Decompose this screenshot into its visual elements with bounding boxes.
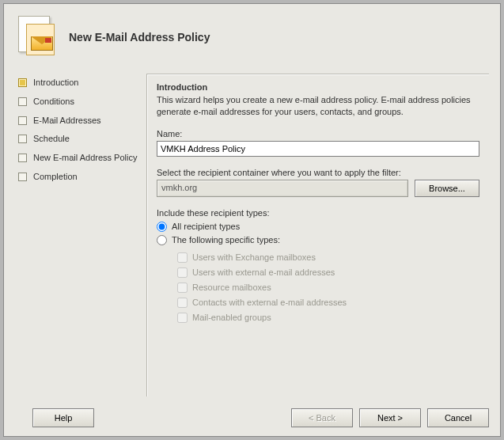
browse-button[interactable]: Browse...: [415, 180, 479, 197]
radio-specific-input[interactable]: [157, 235, 167, 245]
step-label: Introduction: [33, 78, 78, 89]
check-input: [177, 313, 188, 323]
name-label: Name:: [157, 129, 479, 138]
wizard-content-panel: Introduction This wizard helps you creat…: [146, 74, 489, 396]
check-mail-enabled-groups: Mail-enabled groups: [177, 310, 479, 325]
check-input: [177, 298, 188, 308]
help-button[interactable]: Help: [32, 408, 94, 427]
step-email-addresses[interactable]: E-Mail Addresses: [18, 112, 138, 131]
step-new-policy[interactable]: New E-mail Address Policy: [18, 149, 138, 168]
wizard-steps: Introduction Conditions E-Mail Addresses…: [4, 74, 146, 396]
content-heading: Introduction: [157, 82, 479, 92]
step-marker-icon: [18, 135, 27, 143]
specific-types-group: Users with Exchange mailboxes Users with…: [157, 250, 479, 325]
content-description: This wizard helps you create a new e-mai…: [157, 94, 479, 118]
radio-all-label: All recipient types: [172, 222, 240, 231]
include-label: Include these recipient types:: [157, 208, 479, 218]
wizard-dialog: New E-Mail Address Policy Introduction C…: [3, 3, 501, 437]
step-introduction[interactable]: Introduction: [18, 74, 138, 93]
check-label: Mail-enabled groups: [192, 313, 271, 322]
step-marker-icon: [18, 116, 27, 125]
check-input: [177, 267, 188, 278]
check-input: [177, 283, 188, 293]
step-label: E-Mail Addresses: [33, 116, 101, 127]
check-exchange-mailboxes: Users with Exchange mailboxes: [177, 250, 479, 265]
dialog-body: Introduction Conditions E-Mail Addresses…: [4, 74, 500, 396]
radio-all-recipients[interactable]: All recipient types: [157, 220, 479, 233]
cancel-button[interactable]: Cancel: [427, 408, 489, 427]
check-label: Users with external e-mail addresses: [192, 267, 335, 277]
step-completion[interactable]: Completion: [18, 168, 138, 187]
step-conditions[interactable]: Conditions: [18, 93, 138, 112]
radio-specific-types[interactable]: The following specific types:: [157, 233, 479, 247]
check-input: [177, 252, 188, 263]
check-resource-mailboxes: Resource mailboxes: [177, 280, 479, 295]
recipient-container-display: vmkh.org: [157, 180, 408, 197]
policy-name-input[interactable]: [157, 141, 479, 157]
filter-label: Select the recipient container where you…: [157, 168, 479, 177]
step-label: Schedule: [33, 134, 70, 145]
dialog-header: New E-Mail Address Policy: [4, 4, 500, 66]
step-marker-icon: [18, 78, 27, 87]
next-button[interactable]: Next >: [359, 408, 421, 427]
check-external-email-contacts: Contacts with external e-mail addresses: [177, 295, 479, 310]
policy-icon: [15, 16, 58, 59]
step-schedule[interactable]: Schedule: [18, 130, 138, 149]
dialog-footer: Help < Back Next > Cancel: [4, 400, 500, 436]
step-label: Completion: [33, 172, 78, 183]
dialog-title: New E-Mail Address Policy: [69, 31, 210, 44]
radio-specific-label: The following specific types:: [172, 235, 280, 245]
check-label: Resource mailboxes: [192, 283, 271, 292]
check-label: Contacts with external e-mail addresses: [192, 298, 347, 307]
check-external-email-users: Users with external e-mail addresses: [177, 265, 479, 280]
step-marker-icon: [18, 154, 27, 162]
radio-all-input[interactable]: [157, 222, 167, 232]
step-label: Conditions: [33, 97, 74, 108]
step-label: New E-mail Address Policy: [33, 153, 137, 164]
step-marker-icon: [18, 97, 27, 106]
back-button: < Back: [291, 408, 353, 427]
check-label: Users with Exchange mailboxes: [192, 252, 316, 262]
step-marker-icon: [18, 173, 27, 181]
